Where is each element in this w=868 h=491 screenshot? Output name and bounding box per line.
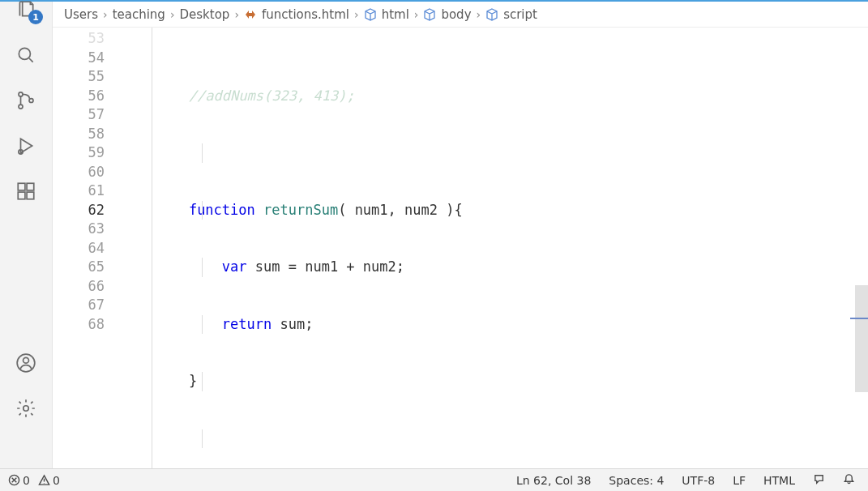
settings-gear-icon[interactable] <box>15 397 37 420</box>
line-number: 62 <box>53 201 105 220</box>
line-number: 58 <box>53 125 105 144</box>
activity-bar: 1 <box>0 2 53 468</box>
line-number: 55 <box>53 67 105 87</box>
svg-point-2 <box>19 105 23 109</box>
accounts-icon[interactable] <box>15 352 37 374</box>
svg-rect-6 <box>18 192 25 199</box>
line-number: 64 <box>53 239 105 258</box>
line-number: 63 <box>53 220 105 239</box>
code-line: return sum; <box>119 315 868 335</box>
notifications-bell-icon[interactable] <box>838 473 860 488</box>
status-bar: 0 0 Ln 62, Col 38 Spaces: 4 UTF-8 LF HTM… <box>0 468 868 491</box>
explorer-icon[interactable]: 1 <box>15 0 37 21</box>
scrollbar-thumb[interactable] <box>855 285 868 392</box>
feedback-icon[interactable] <box>808 473 830 488</box>
svg-point-3 <box>29 99 33 103</box>
chevron-right-icon: › <box>101 8 109 21</box>
svg-rect-8 <box>27 183 34 190</box>
status-indentation[interactable]: Spaces: 4 <box>604 474 669 487</box>
line-number: 53 <box>53 29 105 49</box>
editor-area: Users › teaching › Desktop › functions.h… <box>53 2 868 468</box>
breadcrumb-symbol[interactable]: script <box>485 7 537 22</box>
line-number: 56 <box>53 87 105 106</box>
breadcrumb-symbol[interactable]: html <box>364 7 409 22</box>
chevron-right-icon: › <box>353 8 361 21</box>
extensions-icon[interactable] <box>15 180 37 203</box>
breadcrumb-segment[interactable]: Desktop <box>180 7 230 22</box>
svg-point-0 <box>19 48 30 59</box>
status-cursor-position[interactable]: Ln 62, Col 38 <box>511 474 596 487</box>
line-number: 65 <box>53 258 105 277</box>
line-number: 60 <box>53 163 105 182</box>
code-editor[interactable]: 53 54 55 56 57 58 59 60 61 62 63 64 65 6… <box>53 28 868 468</box>
svg-point-11 <box>24 406 29 412</box>
status-encoding[interactable]: UTF-8 <box>677 474 720 487</box>
breadcrumb[interactable]: Users › teaching › Desktop › functions.h… <box>53 2 868 28</box>
code-content[interactable]: //addNums(323, 413); function returnSum(… <box>119 28 868 468</box>
chevron-right-icon: › <box>413 8 421 21</box>
breadcrumb-symbol[interactable]: body <box>423 7 471 22</box>
line-number: 68 <box>53 315 105 335</box>
status-errors[interactable]: 0 <box>8 474 30 487</box>
svg-point-10 <box>24 357 29 363</box>
code-line: function returnSum( num1, num2 ){ <box>119 201 868 220</box>
chevron-right-icon: › <box>475 8 483 21</box>
line-number: 57 <box>53 105 105 125</box>
line-number-gutter: 53 54 55 56 57 58 59 60 61 62 63 64 65 6… <box>53 28 119 468</box>
code-line: } <box>119 372 868 391</box>
status-eol[interactable]: LF <box>728 474 750 487</box>
main-area: 1 Users › <box>0 0 868 468</box>
line-number: 67 <box>53 296 105 315</box>
breadcrumb-segment[interactable]: Users <box>64 7 98 22</box>
code-line <box>119 143 868 163</box>
status-language[interactable]: HTML <box>759 474 800 487</box>
line-number: 66 <box>53 277 105 297</box>
breadcrumb-file[interactable]: functions.html <box>244 7 349 22</box>
explorer-badge: 1 <box>28 10 43 24</box>
source-control-icon[interactable] <box>15 89 37 112</box>
status-warnings[interactable]: 0 <box>38 474 60 487</box>
run-debug-icon[interactable] <box>15 134 37 157</box>
chevron-right-icon: › <box>233 8 241 21</box>
code-line <box>119 429 868 449</box>
search-icon[interactable] <box>15 44 37 66</box>
code-line: //addNums(323, 413); <box>119 87 868 106</box>
svg-point-1 <box>19 92 23 96</box>
breadcrumb-segment[interactable]: teaching <box>113 7 165 22</box>
line-number: 61 <box>53 181 105 201</box>
chevron-right-icon: › <box>169 8 177 21</box>
code-line: var sum = num1 + num2; <box>119 258 868 277</box>
svg-rect-5 <box>18 183 25 190</box>
svg-rect-7 <box>27 192 34 199</box>
line-number: 54 <box>53 49 105 68</box>
overview-ruler-mark <box>850 318 868 319</box>
line-number: 59 <box>53 143 105 163</box>
